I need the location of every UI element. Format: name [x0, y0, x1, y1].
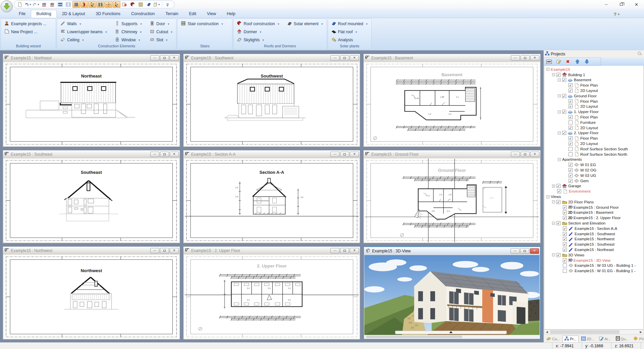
panel-tab-ca[interactable]: Ca... [544, 336, 562, 342]
undo-icon[interactable]: ▼ [24, 1, 32, 8]
tree-item-example15-northeast[interactable]: ✓Example15 : Northeast [545, 247, 643, 252]
tree-item-example15-northwest[interactable]: ✓Example15 : Northwest [545, 237, 643, 242]
tree-item-floor-plan[interactable]: ✓Floor Plan [545, 136, 643, 141]
magnet-snap-icon[interactable] [80, 1, 88, 8]
drawing-canvas-plan-basement[interactable]: Basement2.461.882.13.42.2 [364, 62, 540, 146]
window-minimize-button[interactable]: — [150, 248, 159, 253]
tree-item-floor-plan[interactable]: ✓Floor Plan [545, 99, 643, 104]
ribbon-item-dormer[interactable]: Dormer▼ [235, 28, 281, 36]
mdi-window-titlebar[interactable]: Example15 : Southwest—✕ [183, 54, 360, 62]
window-restore-button[interactable] [521, 55, 530, 61]
ribbon-item-solar-element[interactable]: Solar element▼ [286, 20, 325, 28]
panel-tab-pv[interactable]: PV... [631, 335, 644, 342]
window-close-button[interactable]: ✕ [350, 152, 359, 157]
tree-checkbox[interactable]: ✓ [563, 205, 567, 209]
window-close-button[interactable]: ✕ [530, 248, 539, 254]
tree-checkbox[interactable] [563, 269, 567, 273]
tree-checkbox[interactable]: ✓ [562, 110, 566, 114]
tree-item-section-and-elevation[interactable]: −✓Section and Elevation [545, 220, 643, 226]
tree-item-w-03-ug[interactable]: ✓W 03 UG [545, 173, 643, 178]
drawing-canvas-section[interactable]: Section A-A2.62.52.5 [184, 159, 360, 242]
window-close-button[interactable]: ✕ [350, 55, 359, 61]
tree-checkbox[interactable]: ✓ [562, 94, 566, 98]
solar-panel-icon[interactable] [145, 1, 153, 8]
tree-item-w-02-og[interactable]: ✓W 02 OG [545, 167, 643, 173]
window-minimize-button[interactable]: — [511, 152, 520, 157]
tab-2d-layout[interactable]: 2D & Layout [57, 10, 91, 18]
window-minimize-button[interactable]: — [511, 55, 520, 61]
tree-checkbox[interactable]: ✓ [563, 216, 567, 220]
tree-item-2d-layout[interactable]: ✓2D Layout [545, 88, 643, 93]
minimize-button[interactable]: ─ [599, 0, 614, 9]
rename-abl-icon[interactable]: abl [545, 58, 553, 65]
ribbon-item-ceiling[interactable]: Ceiling▼ [59, 36, 109, 44]
window-close-button[interactable]: ✕ [530, 152, 539, 157]
ribbon-item-walls[interactable]: Walls▼ [59, 20, 109, 28]
window-restore-button[interactable] [340, 55, 349, 61]
mdi-window-titlebar[interactable]: Example15 : Northeast—✕ [3, 54, 180, 62]
tree-expander-icon[interactable]: + [552, 185, 555, 188]
drawing-canvas-elev-se[interactable]: Southeast [4, 159, 179, 242]
tree-item-example15-southwest[interactable]: ✓Example15 : Southwest [545, 231, 643, 237]
window-close-button[interactable]: ✕ [170, 248, 179, 253]
tree-checkbox[interactable]: ✓ [569, 99, 573, 103]
tree-item-example15-w-01-eg-building-1-[interactable]: Example15 : W 01 EG - Building 1 - [545, 268, 643, 273]
tree-item-example15-section-a-a[interactable]: ✓Example15 : Section A-A [545, 226, 643, 231]
tree-item-furniture[interactable]: Furniture [545, 120, 643, 125]
tree-checkbox[interactable]: ✓ [556, 253, 560, 257]
window-restore-button[interactable] [340, 248, 349, 253]
window-restore-button[interactable] [160, 152, 169, 157]
ribbon-item-stair-construction[interactable]: Stair construction▼ [179, 20, 225, 28]
move-down-icon[interactable] [582, 58, 591, 65]
tab-edit[interactable]: Edit [184, 10, 202, 18]
tree-expander-icon[interactable]: − [546, 68, 549, 71]
tree-item-building-1[interactable]: −✓Building 1 [545, 72, 643, 78]
tree-checkbox[interactable]: ✓ [569, 168, 573, 172]
tree-item-example15-ground-floor[interactable]: ✓2DExample15 : Ground Floor [545, 205, 643, 210]
panel-pin-icon[interactable] [637, 51, 642, 56]
tree-item-gem[interactable]: ✓Gem [545, 178, 643, 184]
tree-expander-icon[interactable]: − [558, 79, 561, 82]
tree-checkbox[interactable]: ✓ [569, 115, 573, 119]
roof-tool-icon[interactable] [129, 1, 137, 8]
tree-checkbox[interactable]: ✓ [556, 200, 560, 204]
view-3d-icon[interactable]: 3D [48, 1, 56, 8]
tab-building[interactable]: Building [31, 10, 56, 18]
tab-help[interactable]: Help [221, 10, 241, 18]
tree-item-example15-w-03-ug-building-1-[interactable]: Example15 : W 03 UG - Building 1 - [545, 263, 643, 268]
tree-item-basement[interactable]: −✓Basement [545, 78, 643, 83]
grid-icon[interactable] [72, 1, 80, 8]
tree-expander-icon[interactable]: − [552, 253, 555, 256]
drawing-canvas-view3d[interactable] [364, 255, 540, 335]
tree-expander-icon[interactable]: − [558, 158, 561, 161]
tree-item-example15-basement[interactable]: ✓2DExample15 : Basement [545, 210, 643, 215]
axis-cross-icon[interactable] [105, 1, 112, 8]
mdi-window-titlebar[interactable]: Example15 : Basement—✕ [364, 54, 540, 62]
tree-checkbox[interactable] [563, 263, 567, 267]
drawing-canvas-elev-sw[interactable]: Southwest [184, 62, 360, 146]
split-vertical-icon[interactable] [64, 1, 72, 8]
tree-item-floor-plan[interactable]: ✓Floor Plan [545, 83, 643, 88]
scrollbar-thumb[interactable] [550, 330, 620, 334]
window-minimize-button[interactable]: — [330, 55, 339, 61]
view-2d-icon[interactable]: 2D [40, 1, 48, 8]
tree-checkbox[interactable]: ✓ [556, 73, 560, 77]
tree-item-views[interactable]: −Views [545, 194, 643, 199]
window-close-button[interactable]: ✕ [530, 55, 539, 61]
drawing-canvas-plan-ground[interactable]: Ground Floor2.31.61.82.82.44.217.2 [364, 159, 540, 242]
ribbon-item-slot[interactable]: Slot▼ [148, 36, 174, 44]
help-icon[interactable]: ?▼ [614, 12, 620, 17]
mdi-window-titlebar[interactable]: Example15 : 3D-View—✕ [364, 247, 540, 255]
tree-item-garage[interactable]: +✓Garage [545, 184, 643, 189]
tree-item-2d-layout[interactable]: ✓2D Layout [545, 141, 643, 146]
tree-checkbox[interactable]: ✓ [563, 242, 567, 246]
hatch-tool-icon[interactable] [137, 1, 145, 8]
tree-expander-icon[interactable]: − [552, 200, 555, 203]
tree-checkbox[interactable]: ✓ [556, 221, 560, 225]
tree-item-2-upper-floor[interactable]: −✓2. Upper Floor [545, 131, 643, 136]
tree-checkbox[interactable]: ✓ [562, 131, 566, 135]
tree-item-3d-views[interactable]: −✓3D Views [545, 252, 643, 258]
restore-button[interactable] [614, 0, 629, 9]
mdi-window-titlebar[interactable]: Example15 : Northwest—✕ [3, 247, 180, 254]
panel-tab-3d[interactable]: 3D... [579, 336, 596, 342]
